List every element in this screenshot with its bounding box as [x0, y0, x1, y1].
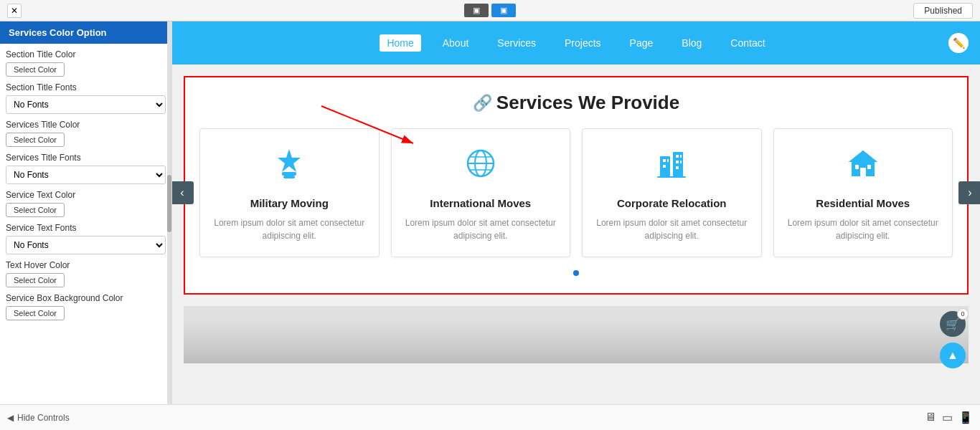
scrollbar-track	[167, 22, 171, 404]
section-title-fonts-select[interactable]: No Fonts Arial Verdana Georgia	[6, 95, 166, 114]
service-card-international: International Moves Lorem ipsum dolor si…	[391, 128, 571, 257]
svg-rect-13	[667, 159, 669, 162]
nav-item-home[interactable]: Home	[380, 34, 420, 52]
panel-header: Services Color Option	[0, 22, 171, 44]
tab-1[interactable]: ▣	[464, 4, 489, 17]
section-title-color-label: Section Title Color	[6, 49, 166, 59]
nav-edit-icon[interactable]: ✏️	[948, 33, 969, 53]
svg-rect-18	[676, 166, 679, 169]
nav-item-about[interactable]: About	[435, 34, 476, 52]
carousel-dots	[199, 266, 953, 279]
svg-rect-15	[680, 155, 682, 158]
services-cards: Military Moving Lorem ipsum dolor sit am…	[199, 128, 953, 257]
top-bar-tabs: ▣ ▣	[464, 4, 516, 17]
svg-rect-19	[663, 165, 666, 168]
text-hover-color-btn[interactable]: Select Color	[6, 273, 65, 287]
service-text-color-btn[interactable]: Select Color	[6, 203, 65, 217]
svg-rect-16	[676, 161, 679, 163]
services-title-fonts-select[interactable]: No Fonts Arial Verdana Georgia	[6, 166, 166, 184]
view-icons: 🖥 ▭ 📱	[925, 411, 973, 424]
svg-rect-22	[860, 168, 866, 176]
nav-item-projects[interactable]: Projects	[557, 34, 608, 52]
service-text-color-label: Service Text Color	[6, 190, 166, 200]
nav-bar: Home About Services Projects Page Blog C…	[172, 22, 980, 64]
desktop-view-icon[interactable]: 🖥	[925, 411, 936, 424]
service-text-color-group: Service Text Color Select Color	[6, 190, 166, 217]
svg-rect-14	[676, 155, 679, 158]
svg-marker-2	[278, 149, 301, 172]
corporate-icon	[594, 146, 750, 187]
scroll-up-button[interactable]: ▲	[940, 343, 966, 368]
nav-item-blog[interactable]: Blog	[674, 34, 709, 52]
corporate-text: Lorem ipsum dolor sit amet consectetur a…	[594, 216, 750, 242]
section-title-color-group: Section Title Color Select Color	[6, 49, 166, 77]
service-box-bg-label: Service Box Background Color	[6, 293, 166, 303]
close-button[interactable]: ✕	[7, 4, 22, 18]
svg-rect-4	[283, 176, 295, 178]
service-box-bg-btn[interactable]: Select Color	[6, 306, 65, 320]
services-title-color-btn[interactable]: Select Color	[6, 133, 65, 147]
chevron-left-icon: ◀	[7, 413, 14, 423]
svg-rect-12	[663, 159, 666, 162]
bottom-preview	[184, 306, 969, 363]
mobile-view-icon[interactable]: 📱	[958, 411, 973, 424]
left-panel: Services Color Option Section Title Colo…	[0, 22, 172, 404]
published-button[interactable]: Published	[913, 3, 973, 19]
corporate-title: Corporate Relocation	[594, 197, 750, 209]
services-title: 🔗 Services We Provide	[199, 92, 953, 114]
svg-rect-25	[855, 165, 859, 169]
international-icon	[403, 146, 559, 187]
top-bar: ✕ ▣ ▣ Published	[0, 0, 980, 22]
service-card-residential: Residential Moves Lorem ipsum dolor sit …	[773, 128, 953, 257]
military-title: Military Moving	[212, 197, 367, 209]
military-text: Lorem ipsum dolor sit amet consectetur a…	[212, 216, 367, 242]
cart-button[interactable]: 🛒 0	[940, 311, 966, 337]
services-section: 🔗 Services We Provide ‹	[184, 76, 969, 295]
text-hover-color-group: Text Hover Color Select Color	[6, 260, 166, 287]
services-title-fonts-group: Services Title Fonts No Fonts Arial Verd…	[6, 153, 166, 184]
float-buttons: 🛒 0 ▲	[940, 311, 966, 368]
main-area: Services Color Option Section Title Colo…	[0, 22, 980, 404]
international-title: International Moves	[403, 197, 559, 209]
panel-body: Section Title Color Select Color Section…	[0, 44, 171, 332]
svg-rect-3	[282, 172, 296, 176]
service-text-fonts-label: Service Text Fonts	[6, 223, 166, 233]
service-box-bg-group: Service Box Background Color Select Colo…	[6, 293, 166, 320]
hide-controls-button[interactable]: ◀ Hide Controls	[7, 413, 70, 423]
scrollbar-thumb[interactable]	[167, 175, 171, 232]
svg-rect-20	[657, 176, 686, 178]
residential-title: Residential Moves	[786, 197, 941, 209]
truck-area	[184, 320, 969, 363]
cart-badge: 0	[957, 308, 969, 320]
tablet-view-icon[interactable]: ▭	[942, 411, 953, 424]
section-title-fonts-label: Section Title Fonts	[6, 82, 166, 92]
section-title-color-btn[interactable]: Select Color	[6, 62, 65, 77]
service-card-military: Military Moving Lorem ipsum dolor sit am…	[199, 128, 380, 257]
services-title-color-label: Services Title Color	[6, 120, 166, 130]
svg-rect-17	[680, 161, 682, 163]
service-card-corporate: Corporate Relocation Lorem ipsum dolor s…	[582, 128, 762, 257]
nav-item-services[interactable]: Services	[490, 34, 543, 52]
carousel-prev-button[interactable]: ‹	[172, 181, 194, 204]
tab-2[interactable]: ▣	[491, 4, 516, 17]
svg-marker-23	[849, 150, 877, 162]
carousel-dot-1[interactable]	[573, 270, 579, 276]
services-title-icon: 🔗	[473, 94, 492, 113]
military-icon	[212, 146, 367, 187]
svg-rect-24	[867, 165, 871, 169]
nav-items: Home About Services Projects Page Blog C…	[380, 34, 772, 52]
section-title-fonts-group: Section Title Fonts No Fonts Arial Verda…	[6, 82, 166, 114]
text-hover-color-label: Text Hover Color	[6, 260, 166, 270]
service-text-fonts-group: Service Text Fonts No Fonts Arial Verdan…	[6, 223, 166, 254]
nav-item-contact[interactable]: Contact	[723, 34, 772, 52]
nav-item-page[interactable]: Page	[623, 34, 661, 52]
international-text: Lorem ipsum dolor sit amet consectetur a…	[403, 216, 559, 242]
service-text-fonts-select[interactable]: No Fonts Arial Verdana Georgia	[6, 236, 166, 254]
services-title-color-group: Services Title Color Select Color	[6, 120, 166, 147]
carousel-next-button[interactable]: ›	[958, 181, 980, 204]
residential-text: Lorem ipsum dolor sit amet consectetur a…	[786, 216, 941, 242]
bottom-controls: ◀ Hide Controls 🖥 ▭ 📱	[0, 404, 980, 430]
residential-icon	[786, 146, 941, 187]
services-title-fonts-label: Services Title Fonts	[6, 153, 166, 163]
preview-area: Home About Services Projects Page Blog C…	[172, 22, 980, 404]
